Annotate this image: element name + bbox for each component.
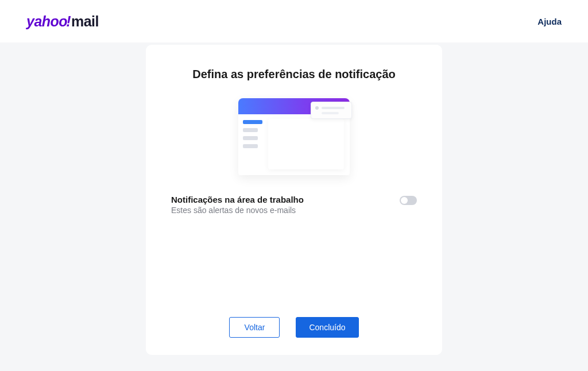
illustration-window-body (238, 114, 350, 175)
done-button[interactable]: Concluído (296, 317, 358, 338)
illustration-sidebar (238, 114, 268, 175)
setting-title: Notificações na área de trabalho (171, 195, 400, 204)
illustration-window-header (238, 98, 350, 114)
toggle-knob (401, 197, 408, 204)
illustration-window (238, 98, 350, 175)
app-header: yahoo!mail Ajuda (0, 0, 588, 42)
button-row: Voltar Concluído (146, 317, 442, 338)
illustration-notification-popup (311, 102, 352, 119)
content-area: Defina as preferências de notificação (0, 42, 588, 355)
setting-description: Estes são alertas de novos e-mails (171, 206, 400, 215)
notification-illustration (171, 98, 417, 175)
logo-exclamation: ! (66, 13, 71, 30)
back-button[interactable]: Voltar (229, 317, 280, 338)
illustration-main-pane (268, 119, 344, 169)
notification-preferences-card: Defina as preferências de notificação (146, 45, 442, 355)
logo-mail-text: mail (71, 13, 99, 30)
help-link[interactable]: Ajuda (537, 17, 562, 26)
setting-text-block: Notificações na área de trabalho Estes s… (171, 195, 400, 215)
yahoo-mail-logo: yahoo!mail (26, 13, 99, 30)
desktop-notifications-toggle[interactable] (400, 196, 417, 205)
desktop-notifications-setting: Notificações na área de trabalho Estes s… (171, 195, 417, 215)
card-title: Defina as preferências de notificação (171, 68, 417, 81)
logo-yahoo-text: yahoo (26, 13, 67, 30)
